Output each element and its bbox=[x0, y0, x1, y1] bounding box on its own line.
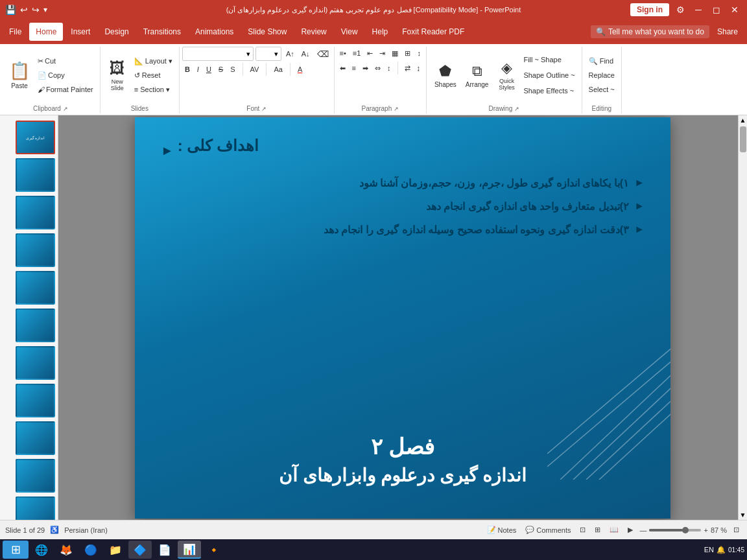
slide-thumbnail-9[interactable]: 9 bbox=[3, 421, 55, 458]
taskbar-other[interactable]: 🔸 bbox=[202, 541, 226, 559]
redo-icon[interactable]: ↪ bbox=[32, 5, 40, 15]
view-normal-button[interactable]: ⊡ bbox=[577, 524, 588, 535]
numbering-button[interactable]: ≡1 bbox=[350, 47, 364, 60]
share-button[interactable]: Share bbox=[711, 25, 744, 39]
menu-view[interactable]: View bbox=[335, 23, 364, 41]
options-icon[interactable]: ⚙ bbox=[673, 3, 687, 17]
slides-panel[interactable]: 1 اندازه گیری 2 3 4 5 6 7 bbox=[0, 115, 58, 520]
smart-art-button[interactable]: ⊞ bbox=[402, 47, 413, 60]
align-left-button[interactable]: ⬅ bbox=[337, 62, 348, 75]
save-icon[interactable]: 💾 bbox=[5, 5, 16, 15]
comments-button[interactable]: 💬 Comments bbox=[523, 524, 573, 535]
menu-home[interactable]: Home bbox=[29, 23, 63, 41]
taskbar-word[interactable]: 📄 bbox=[153, 541, 176, 559]
menu-insert[interactable]: Insert bbox=[64, 23, 97, 41]
slide-thumbnail-4[interactable]: 4 bbox=[3, 233, 55, 270]
slide-thumbnail-2[interactable]: 2 bbox=[3, 158, 55, 194]
font-size-selector[interactable]: ▾ bbox=[255, 47, 281, 61]
restore-button[interactable]: ◻ bbox=[709, 3, 724, 17]
scroll-down-button[interactable]: ▼ bbox=[739, 510, 747, 520]
view-reading-button[interactable]: 📖 bbox=[607, 524, 621, 535]
strikethrough-button[interactable]: S bbox=[216, 63, 226, 76]
menu-file[interactable]: File bbox=[3, 23, 28, 41]
cut-button[interactable]: ✂ Cut bbox=[35, 54, 96, 67]
replace-button[interactable]: Replace bbox=[586, 69, 617, 82]
line-spacing-button[interactable]: ↕ bbox=[385, 62, 394, 75]
tell-me-bar[interactable]: 🔍 Tell me what you want to do bbox=[591, 25, 709, 38]
justify-button[interactable]: ⇔ bbox=[372, 62, 383, 75]
notes-button[interactable]: 📝 Notes bbox=[484, 524, 519, 535]
menu-review[interactable]: Review bbox=[294, 23, 333, 41]
slide-thumbnail-6[interactable]: 6 bbox=[3, 309, 55, 345]
zoom-slider[interactable]: — + 87 % bbox=[639, 526, 727, 534]
underline-button[interactable]: U bbox=[204, 63, 214, 76]
font-size-btn2[interactable]: Aa bbox=[271, 63, 285, 76]
shapes-button[interactable]: ⬟ Shapes bbox=[431, 54, 460, 97]
slide-thumbnail-3[interactable]: 3 bbox=[3, 196, 55, 232]
menu-transitions[interactable]: Transitions bbox=[137, 23, 187, 41]
layout-button[interactable]: 📐 Layout ▾ bbox=[132, 54, 175, 67]
taskbar-unknown1[interactable]: 🔷 bbox=[128, 541, 152, 559]
convert-button[interactable]: ↕ bbox=[414, 47, 423, 60]
slide-thumbnail-10[interactable]: 10 bbox=[3, 459, 55, 495]
minimize-button[interactable]: ─ bbox=[691, 3, 706, 17]
font-name-selector[interactable]: ▾ bbox=[182, 47, 254, 61]
font-color-button[interactable]: A bbox=[295, 63, 305, 76]
decrease-indent-button[interactable]: ⇤ bbox=[364, 47, 375, 60]
shape-effects-button[interactable]: Shape Effects ~ bbox=[521, 84, 577, 97]
shape-outline-button[interactable]: Shape Outline ~ bbox=[521, 69, 577, 82]
columns-button[interactable]: ▦ bbox=[389, 47, 401, 60]
zoom-in-icon[interactable]: + bbox=[704, 526, 707, 534]
windows-start-button[interactable]: ⊞ bbox=[3, 541, 29, 559]
char-spacing-button[interactable]: AV bbox=[248, 63, 262, 76]
customize-icon[interactable]: ▾ bbox=[43, 5, 47, 14]
fit-slide-button[interactable]: ⊡ bbox=[731, 524, 742, 535]
new-slide-button[interactable]: 🖼 NewSlide bbox=[104, 54, 130, 97]
taskbar-ie[interactable]: 🔵 bbox=[79, 541, 102, 559]
reset-button[interactable]: ↺ Reset bbox=[132, 69, 175, 82]
shape-fill-button[interactable]: Fill ~ Shape bbox=[521, 53, 577, 66]
menu-design[interactable]: Design bbox=[98, 23, 135, 41]
clear-format-button[interactable]: ⌫ bbox=[314, 47, 331, 60]
italic-button[interactable]: I bbox=[195, 63, 202, 76]
text-direction-button[interactable]: ⇄ bbox=[402, 62, 413, 75]
scroll-thumb[interactable] bbox=[740, 126, 746, 152]
slide-canvas[interactable]: اهداف کلی : ► ► ۱)با یکاهای اندازه گیری … bbox=[135, 117, 670, 519]
taskbar-firefox[interactable]: 🦊 bbox=[54, 541, 78, 559]
close-button[interactable]: ✕ bbox=[728, 3, 742, 17]
shadow-button[interactable]: S bbox=[228, 63, 237, 76]
zoom-slider-thumb[interactable] bbox=[682, 527, 689, 533]
zoom-slider-track[interactable] bbox=[649, 529, 701, 531]
increase-indent-button[interactable]: ⇥ bbox=[377, 47, 388, 60]
vertical-scrollbar[interactable]: ▲ ▼ bbox=[738, 115, 747, 520]
view-slideshow-button[interactable]: ▶ bbox=[625, 524, 635, 535]
arrange-button[interactable]: ⧉ Arrange bbox=[462, 54, 493, 97]
zoom-out-icon[interactable]: — bbox=[639, 526, 646, 534]
scroll-up-button[interactable]: ▲ bbox=[739, 115, 747, 125]
copy-button[interactable]: 📄 Copy bbox=[35, 69, 96, 82]
menu-slideshow[interactable]: Slide Show bbox=[241, 23, 293, 41]
menu-animations[interactable]: Animations bbox=[189, 23, 240, 41]
slide-thumbnail-11[interactable]: 11 bbox=[3, 496, 55, 520]
center-button[interactable]: ≡ bbox=[350, 62, 359, 75]
decrease-font-button[interactable]: A↓ bbox=[299, 47, 313, 60]
undo-icon[interactable]: ↩ bbox=[20, 5, 28, 15]
slide-thumbnail-7[interactable]: 7 bbox=[3, 346, 55, 382]
bullets-button[interactable]: ≡• bbox=[337, 47, 349, 60]
slide-thumbnail-1[interactable]: 1 اندازه گیری bbox=[3, 121, 55, 157]
sign-in-button[interactable]: Sign in bbox=[630, 3, 669, 16]
paste-button[interactable]: 📋 Paste bbox=[5, 54, 34, 97]
taskbar-language[interactable]: EN bbox=[704, 546, 714, 554]
accessibility-icon[interactable]: ♿ bbox=[50, 526, 59, 534]
select-button[interactable]: Select ~ bbox=[586, 83, 617, 96]
find-button[interactable]: 🔍 Find bbox=[586, 54, 617, 67]
menu-foxit[interactable]: Foxit Reader PDF bbox=[396, 23, 471, 41]
align-right-button[interactable]: ➡ bbox=[360, 62, 371, 75]
taskbar-chrome[interactable]: 🌐 bbox=[30, 541, 53, 559]
bold-button[interactable]: B bbox=[182, 63, 193, 76]
quick-styles-button[interactable]: ◈ QuickStyles bbox=[493, 54, 519, 97]
text-align-button[interactable]: ↨ bbox=[414, 62, 423, 75]
taskbar-folder[interactable]: 📁 bbox=[104, 541, 127, 559]
taskbar-powerpoint[interactable]: 📊 bbox=[178, 541, 201, 559]
menu-help[interactable]: Help bbox=[366, 23, 395, 41]
